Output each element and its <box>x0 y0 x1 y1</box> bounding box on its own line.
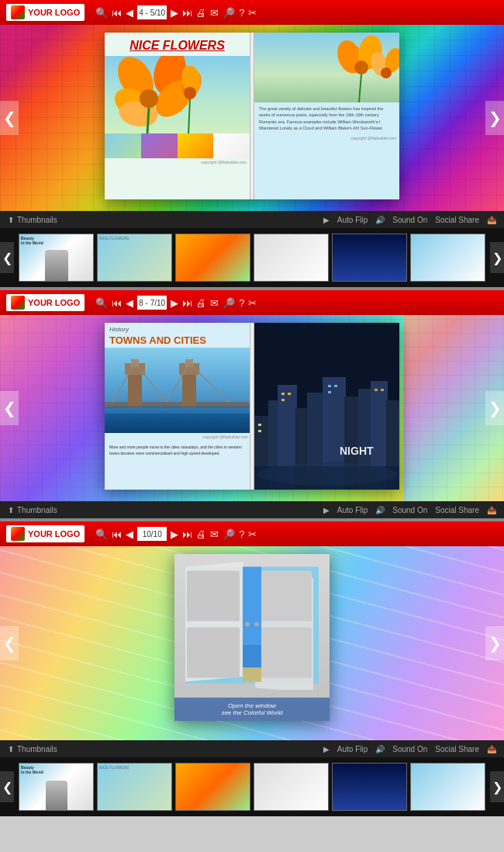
bottom-right-3: ▶ Auto Flip 🔊 Sound On Social Share 📤 <box>323 745 496 753</box>
mail-icon-3[interactable]: ✉ <box>210 528 219 540</box>
thumb-3-2[interactable]: NICE FLOWERS <box>97 763 172 811</box>
search-icon-3[interactable]: 🔎 <box>223 528 235 540</box>
crop-icon-3[interactable]: ✂ <box>248 528 257 540</box>
print-icon-2[interactable]: 🖨 <box>196 297 206 309</box>
canvas-3: ❮ ❯ <box>0 546 504 740</box>
thumb-3-4[interactable] <box>254 763 329 811</box>
print-icon-3[interactable]: 🖨 <box>196 528 206 540</box>
nav-left-1[interactable]: ❮ <box>0 101 19 135</box>
zoom-icon[interactable]: 🔍 <box>95 7 108 19</box>
play-icon-2[interactable]: ▶ <box>323 506 330 514</box>
svg-point-17 <box>381 68 392 78</box>
page-input-3[interactable]: 10/10 <box>137 527 167 541</box>
thumb-3-6[interactable] <box>410 763 485 811</box>
last-page-icon-3[interactable]: ⏭ <box>182 528 192 540</box>
prev-icon-2[interactable]: ◀ <box>126 297 133 309</box>
next-icon[interactable]: ▶ <box>171 7 178 19</box>
tower-thumb-3 <box>46 781 67 810</box>
crop-icon[interactable]: ✂ <box>248 7 257 19</box>
thumb-1-3[interactable] <box>175 234 250 282</box>
zoom-icon-3[interactable]: 🔍 <box>95 528 108 540</box>
thumb-3-3[interactable] <box>175 763 250 811</box>
img-overlay <box>105 406 250 433</box>
first-page-icon-3[interactable]: ⏮ <box>112 528 122 540</box>
thumb-1-1[interactable]: Beautyin the World <box>19 234 94 282</box>
next-icon-2[interactable]: ▶ <box>171 297 178 309</box>
sound-label-2[interactable]: Sound On <box>392 506 427 514</box>
sound-label-1[interactable]: Sound On <box>392 216 427 224</box>
mail-icon[interactable]: ✉ <box>210 7 219 19</box>
nav-left-3[interactable]: ❮ <box>0 626 19 660</box>
last-page-icon-2[interactable]: ⏭ <box>182 297 192 309</box>
logo-area-3: YOUR LOGO <box>6 525 85 542</box>
thumb-3-5[interactable]: DAY <box>332 763 407 811</box>
page-input-1[interactable]: 4 - 5/10 <box>137 5 167 19</box>
copyright-left: copyright @flipbuilder.com <box>105 158 250 166</box>
thumb-3-1[interactable]: Beautyin the World <box>19 763 94 811</box>
strip-1 <box>105 133 141 158</box>
search-icon[interactable]: 🔎 <box>223 7 235 19</box>
window-book: Open the window see the Colorful World c… <box>174 554 330 721</box>
thumb-next-1[interactable]: ❯ <box>490 242 504 273</box>
bottom-right-1: ▶ Auto Flip 🔊 Sound On Social Share 📤 <box>323 216 496 224</box>
print-icon[interactable]: 🖨 <box>196 7 206 19</box>
auto-flip-3[interactable]: Auto Flip <box>337 745 368 753</box>
share-icon-2[interactable]: 📤 <box>487 506 496 514</box>
prev-icon-3[interactable]: ◀ <box>126 528 133 540</box>
bottom-right-2: ▶ Auto Flip 🔊 Sound On Social Share 📤 <box>323 506 496 514</box>
viewer-2: YOUR LOGO 🔍 ⏮ ◀ 8 - 7/10 ▶ ⏭ 🖨 ✉ 🔎 ? ✂ ❮… <box>0 290 504 518</box>
social-label-1[interactable]: Social Share <box>435 216 479 224</box>
thumbnails-label-2[interactable]: Thumbnails <box>17 506 57 514</box>
help-icon-3[interactable]: ? <box>239 528 244 540</box>
bottom-bar-1: ⬆ Thumbnails ▶ Auto Flip 🔊 Sound On Soci… <box>0 211 504 228</box>
nav-left-2[interactable]: ❮ <box>0 391 19 425</box>
thumb-strip-1: ❮ Beautyin the World NICE FLOWERS DAY ❯ <box>0 228 504 287</box>
thumb-prev-1[interactable]: ❮ <box>0 242 14 273</box>
nav-right-3[interactable]: ❯ <box>485 626 504 660</box>
first-page-icon-2[interactable]: ⏮ <box>112 297 122 309</box>
toolbar-3: YOUR LOGO 🔍 ⏮ ◀ 10/10 ▶ ⏭ 🖨 ✉ 🔎 ? ✂ <box>0 521 504 546</box>
thumb-1-2[interactable]: NICE FLOWERS <box>97 234 172 282</box>
caption-line-2: see the Colorful World <box>178 709 326 716</box>
thumbnails-label-1[interactable]: Thumbnails <box>17 216 57 224</box>
share-icon-3[interactable]: 📤 <box>487 745 496 753</box>
nav-right-1[interactable]: ❯ <box>485 101 504 135</box>
thumb-prev-3[interactable]: ❮ <box>0 771 14 802</box>
towns-body-text: More and more people move to the cities … <box>105 441 250 459</box>
social-label-3[interactable]: Social Share <box>435 745 479 753</box>
last-page-icon[interactable]: ⏭ <box>182 7 192 19</box>
nav-right-2[interactable]: ❯ <box>485 391 504 425</box>
sound-label-3[interactable]: Sound On <box>392 745 427 753</box>
sound-icon-2[interactable]: 🔊 <box>375 506 385 514</box>
bottom-left-1: ⬆ Thumbnails <box>8 216 57 224</box>
mail-icon-2[interactable]: ✉ <box>210 297 219 309</box>
help-icon-2[interactable]: ? <box>239 297 244 309</box>
thumb-1-5[interactable]: DAY <box>332 234 407 282</box>
help-icon[interactable]: ? <box>239 7 244 19</box>
next-icon-3[interactable]: ▶ <box>171 528 178 540</box>
svg-rect-43 <box>281 393 285 395</box>
auto-flip-1[interactable]: Auto Flip <box>337 216 368 224</box>
sound-icon-1[interactable]: 🔊 <box>375 216 385 224</box>
thumb-1-6[interactable] <box>410 234 485 282</box>
svg-rect-63 <box>243 645 261 668</box>
search-icon-2[interactable]: 🔎 <box>223 297 235 309</box>
thumb-1-4[interactable] <box>254 234 329 282</box>
page-input-2[interactable]: 8 - 7/10 <box>137 296 167 310</box>
toolbar-icons-1[interactable]: 🔍 ⏮ ◀ 4 - 5/10 ▶ ⏭ 🖨 ✉ 🔎 ? ✂ <box>95 5 257 19</box>
zoom-icon-2[interactable]: 🔍 <box>95 297 108 309</box>
crop-icon-2[interactable]: ✂ <box>248 297 257 309</box>
first-page-icon[interactable]: ⏮ <box>112 7 122 19</box>
toolbar-icons-2[interactable]: 🔍 ⏮ ◀ 8 - 7/10 ▶ ⏭ 🖨 ✉ 🔎 ? ✂ <box>95 296 257 310</box>
thumbnails-label-3[interactable]: Thumbnails <box>17 745 57 753</box>
auto-flip-2[interactable]: Auto Flip <box>337 506 368 514</box>
sound-icon-3[interactable]: 🔊 <box>375 745 385 753</box>
prev-icon[interactable]: ◀ <box>126 7 133 19</box>
toolbar-icons-3[interactable]: 🔍 ⏮ ◀ 10/10 ▶ ⏭ 🖨 ✉ 🔎 ? ✂ <box>95 527 257 541</box>
play-icon-3[interactable]: ▶ <box>323 745 330 753</box>
thumb-next-3[interactable]: ❯ <box>490 771 504 802</box>
social-label-2[interactable]: Social Share <box>435 506 479 514</box>
play-icon-1[interactable]: ▶ <box>323 216 330 224</box>
book-spine-1 <box>250 33 254 199</box>
share-icon-1[interactable]: 📤 <box>487 216 496 224</box>
